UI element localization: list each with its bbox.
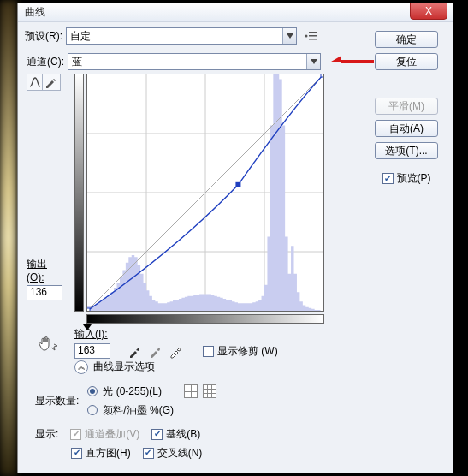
radio-ink[interactable] — [87, 405, 98, 415]
channel-combo[interactable]: 蓝 — [68, 53, 321, 70]
intersection-label: 交叉线(N) — [157, 443, 203, 462]
show-clipping-checkbox[interactable] — [203, 346, 214, 357]
input-label: 输入(I): — [74, 327, 110, 342]
ok-button[interactable]: 确定 — [375, 31, 438, 48]
window-title: 曲线 — [25, 5, 45, 20]
hand-tool-icon[interactable] — [35, 334, 61, 353]
chevron-down-icon — [282, 28, 296, 44]
eyedropper-gray-icon[interactable] — [148, 345, 162, 359]
input-gradient — [86, 314, 324, 324]
svg-point-0 — [305, 35, 308, 38]
baseline-label: 基线(B) — [166, 425, 200, 443]
channel-label: 通道(C): — [27, 55, 64, 69]
grid-4-icon[interactable] — [184, 384, 198, 398]
eyedropper-white-icon[interactable] — [169, 345, 182, 359]
preview-label: 预览(P) — [397, 171, 431, 186]
curve-tool-group — [27, 74, 61, 91]
eyedropper-black-icon[interactable] — [127, 345, 141, 359]
histogram-label: 直方图(H) — [86, 443, 131, 462]
expand-toggle-icon[interactable]: ︽ — [74, 360, 88, 374]
close-button[interactable]: X — [410, 3, 447, 20]
curve-plot[interactable] — [86, 74, 324, 312]
radio-light[interactable] — [87, 386, 98, 396]
overlay-label: 通道叠加(V) — [85, 425, 139, 443]
curves-dialog: 曲线 X 预设(R): 自定 确定 复位 平滑(M) 自动(A) 选项(T)..… — [17, 3, 453, 473]
svg-rect-2 — [309, 35, 317, 37]
auto-button[interactable]: 自动(A) — [375, 120, 438, 137]
close-icon: X — [425, 5, 432, 17]
expander-label: 曲线显示选项 — [93, 360, 155, 374]
svg-rect-11 — [87, 308, 90, 311]
output-gradient — [74, 74, 84, 312]
svg-rect-1 — [309, 32, 317, 33]
preset-label: 预设(R): — [25, 29, 62, 44]
output-label: 输出(O): — [27, 257, 61, 283]
chevron-down-icon — [306, 54, 320, 69]
options-button[interactable]: 选项(T)... — [375, 142, 438, 159]
preset-combo[interactable]: 自定 — [66, 27, 297, 45]
grid-9-icon[interactable] — [203, 384, 216, 398]
pencil-tool-icon[interactable] — [43, 74, 58, 90]
amount-label: 显示数量: — [35, 391, 79, 410]
radio-ink-label: 颜料/油墨 %(G) — [103, 401, 174, 419]
svg-rect-12 — [321, 74, 323, 77]
channel-value: 蓝 — [72, 55, 82, 69]
preset-value: 自定 — [70, 29, 91, 44]
reset-button[interactable]: 复位 — [375, 53, 438, 70]
show-clipping-label: 显示修剪 (W) — [217, 344, 278, 359]
overlay-checkbox: ✔ — [70, 429, 81, 440]
svg-rect-13 — [235, 182, 240, 187]
smooth-button: 平滑(M) — [375, 98, 438, 115]
output-field[interactable]: 136 — [27, 285, 62, 300]
preview-checkbox[interactable]: ✔ — [382, 173, 394, 184]
show-label: 显示: — [35, 425, 58, 443]
histogram-checkbox[interactable]: ✔ — [71, 448, 82, 459]
intersection-checkbox[interactable]: ✔ — [143, 448, 154, 459]
svg-rect-3 — [309, 39, 317, 40]
curve-tool-icon[interactable] — [27, 74, 43, 90]
radio-light-label: 光 (0-255)(L) — [103, 382, 162, 401]
titlebar[interactable]: 曲线 X — [18, 3, 453, 22]
annotation-arrow — [331, 55, 374, 68]
preset-menu-icon[interactable] — [304, 29, 319, 43]
baseline-checkbox[interactable]: ✔ — [151, 429, 163, 440]
input-field[interactable]: 163 — [74, 343, 110, 359]
